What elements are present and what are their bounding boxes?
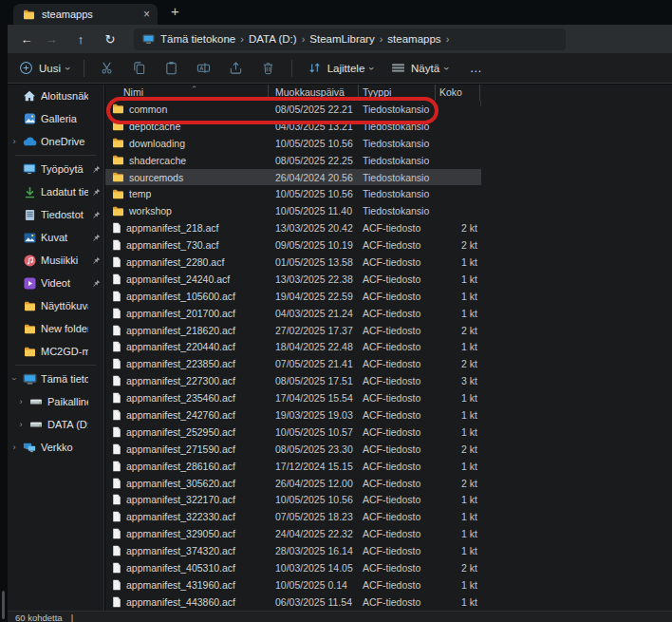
file-type: ACF-tiedosto bbox=[359, 341, 436, 352]
file-icon bbox=[112, 478, 121, 489]
column-header-modified[interactable]: Muokkauspäivä bbox=[269, 85, 359, 101]
back-icon[interactable]: ← bbox=[14, 32, 39, 47]
chevron-icon[interactable]: › bbox=[10, 443, 18, 452]
file-row[interactable]: shadercache 08/05/2025 22.25 Tiedostokan… bbox=[105, 152, 481, 169]
action-button[interactable] bbox=[98, 61, 117, 75]
new-tab-button[interactable]: + bbox=[171, 3, 179, 19]
toolbar-divider bbox=[291, 60, 292, 77]
file-row[interactable]: temp 10/05/2025 10.56 Tiedostokansio bbox=[105, 185, 481, 202]
file-row[interactable]: appmanifest_218.acf 13/03/2025 20.42 ACF… bbox=[105, 219, 481, 236]
folder-icon bbox=[112, 172, 124, 182]
column-header-size[interactable]: Koko bbox=[436, 85, 480, 101]
file-icon bbox=[112, 511, 121, 522]
tab-steamapps[interactable]: steamapps × bbox=[13, 4, 158, 25]
column-header-name[interactable]: Nimi bbox=[105, 85, 269, 101]
refresh-icon[interactable]: ↻ bbox=[98, 32, 122, 47]
file-row[interactable]: appmanifest_24240.acf 13/03/2025 22.38 A… bbox=[105, 271, 481, 288]
new-button[interactable]: Uusi › bbox=[19, 61, 70, 75]
chevron-icon[interactable]: › bbox=[10, 137, 18, 146]
sidebar-item[interactable]: › OneDrive bbox=[8, 130, 103, 153]
sidebar-item[interactable]: New folder bbox=[8, 317, 103, 340]
chevron-icon[interactable]: › bbox=[17, 420, 25, 429]
file-size: 1 kt bbox=[436, 596, 480, 608]
file-icon bbox=[112, 579, 121, 591]
sidebar-item-label: Videot bbox=[41, 277, 88, 289]
view-button[interactable]: Näytä › bbox=[391, 63, 449, 74]
file-row[interactable]: appmanifest_305620.acf 26/04/2025 12.00 … bbox=[105, 475, 481, 492]
sidebar-item[interactable]: › Verkko bbox=[8, 436, 103, 459]
sidebar-item[interactable]: › Paikallinen levy (C bbox=[8, 390, 103, 413]
sidebar-scrollbar[interactable] bbox=[2, 591, 5, 619]
action-button[interactable] bbox=[195, 61, 214, 75]
file-modified: 01/05/2025 13.58 bbox=[269, 256, 359, 268]
file-type: Tiedostokansio bbox=[359, 121, 436, 132]
sidebar-item[interactable]: Galleria bbox=[8, 107, 103, 130]
sidebar-item[interactable]: Aloitusnäkymä bbox=[8, 85, 103, 107]
file-icon bbox=[112, 426, 121, 438]
file-modified: 06/03/2025 11.54 bbox=[269, 596, 359, 608]
file-row[interactable]: common 08/05/2025 22.21 Tiedostokansio bbox=[105, 101, 481, 118]
sort-button[interactable]: Lajittele › bbox=[308, 62, 374, 74]
file-row[interactable]: appmanifest_286160.acf 17/12/2024 15.15 … bbox=[105, 458, 481, 475]
sidebar-item[interactable]: Kuvat bbox=[8, 226, 103, 249]
file-row[interactable]: appmanifest_431960.acf 10/05/2025 0.14 A… bbox=[105, 576, 481, 594]
file-row[interactable]: appmanifest_322330.acf 07/05/2025 18.23 … bbox=[105, 508, 481, 525]
sidebar-item[interactable]: Työpöytä bbox=[8, 158, 103, 180]
breadcrumb-item[interactable]: DATA (D:) bbox=[249, 33, 297, 45]
monitor-icon bbox=[142, 34, 155, 45]
action-button[interactable] bbox=[259, 61, 278, 75]
chevron-icon[interactable]: › bbox=[9, 375, 19, 383]
breadcrumb-item[interactable]: Tämä tietokone bbox=[160, 33, 235, 45]
gallery-icon bbox=[22, 113, 37, 124]
more-options-button[interactable]: … bbox=[470, 61, 483, 75]
file-row[interactable]: appmanifest_443860.acf 06/03/2025 11.54 … bbox=[105, 594, 481, 611]
file-row[interactable]: appmanifest_218620.acf 27/02/2025 17.37 … bbox=[105, 322, 481, 339]
file-row[interactable]: appmanifest_252950.acf 10/05/2025 10.57 … bbox=[105, 424, 481, 441]
breadcrumb-item[interactable]: steamapps bbox=[387, 33, 440, 45]
file-modified: 08/05/2025 17.51 bbox=[269, 375, 359, 386]
chevron-icon[interactable]: › bbox=[17, 397, 25, 406]
file-row[interactable]: downloading 10/05/2025 10.56 Tiedostokan… bbox=[105, 135, 481, 152]
file-row[interactable]: appmanifest_271590.acf 08/05/2025 23.30 … bbox=[105, 441, 481, 458]
file-actions bbox=[98, 61, 278, 75]
file-row[interactable]: appmanifest_105600.acf 19/04/2025 22.59 … bbox=[105, 288, 481, 305]
sidebar-item[interactable]: Musiikki bbox=[8, 249, 103, 272]
forward-icon[interactable]: → bbox=[39, 32, 64, 47]
sidebar-item[interactable]: Tiedostot bbox=[8, 203, 103, 226]
file-row[interactable]: appmanifest_2280.acf 01/05/2025 13.58 AC… bbox=[105, 254, 481, 271]
file-row[interactable]: appmanifest_223850.acf 07/05/2025 21.41 … bbox=[105, 355, 481, 372]
action-button[interactable] bbox=[227, 61, 246, 75]
action-button[interactable] bbox=[130, 61, 149, 75]
file-icon bbox=[112, 494, 121, 505]
file-name: appmanifest_227300.acf bbox=[126, 375, 235, 386]
sidebar-item[interactable]: › DATA (D:) bbox=[8, 413, 103, 436]
file-row[interactable]: appmanifest_405310.acf 10/03/2025 14.05 … bbox=[105, 559, 481, 576]
action-button[interactable] bbox=[162, 61, 181, 75]
sidebar-item[interactable]: MC2GD-master bbox=[8, 340, 103, 363]
up-icon[interactable]: ↑ bbox=[68, 32, 93, 47]
file-row[interactable]: workshop 10/05/2025 11.40 Tiedostokansio bbox=[105, 202, 481, 219]
file-row[interactable]: appmanifest_329050.acf 24/04/2025 22.32 … bbox=[105, 525, 481, 542]
file-row[interactable]: appmanifest_227300.acf 08/05/2025 17.51 … bbox=[105, 372, 481, 389]
file-row[interactable]: appmanifest_730.acf 09/05/2025 10.19 ACF… bbox=[105, 236, 481, 254]
file-row[interactable]: appmanifest_374320.acf 28/03/2025 16.14 … bbox=[105, 542, 481, 559]
breadcrumb-item[interactable]: SteamLibrary bbox=[309, 33, 374, 45]
file-row[interactable]: sourcemods 26/04/2024 20.56 Tiedostokans… bbox=[105, 169, 481, 186]
file-name: shadercache bbox=[129, 155, 186, 166]
sidebar-item[interactable]: Ladatut tiedosto bbox=[8, 180, 103, 203]
file-row[interactable]: depotcache 04/03/2025 13.21 Tiedostokans… bbox=[105, 118, 481, 135]
file-row[interactable]: appmanifest_201700.acf 04/03/2025 21.24 … bbox=[105, 305, 481, 322]
copy-icon bbox=[132, 61, 146, 75]
file-row[interactable]: appmanifest_220440.acf 18/04/2025 22.48 … bbox=[105, 338, 481, 355]
close-tab-icon[interactable]: × bbox=[143, 9, 150, 20]
file-row[interactable]: appmanifest_235460.acf 17/04/2025 15.54 … bbox=[105, 389, 481, 406]
sidebar-section-top: Aloitusnäkymä Galleria › OneDrive bbox=[8, 85, 103, 153]
sidebar-item-label: Tiedostot bbox=[41, 209, 88, 220]
sidebar-item[interactable]: Videot bbox=[8, 272, 103, 294]
file-row[interactable]: appmanifest_242760.acf 19/03/2025 19.03 … bbox=[105, 406, 481, 424]
column-header-type[interactable]: Tyyppi bbox=[359, 85, 436, 101]
address-bar[interactable]: Tämä tietokone › DATA (D:) › SteamLibrar… bbox=[134, 28, 566, 50]
sidebar-item[interactable]: Näyttökuvat bbox=[8, 294, 103, 317]
file-row[interactable]: appmanifest_322170.acf 10/05/2025 10.56 … bbox=[105, 491, 481, 508]
sidebar-item[interactable]: › Tämä tietokone bbox=[8, 368, 103, 390]
